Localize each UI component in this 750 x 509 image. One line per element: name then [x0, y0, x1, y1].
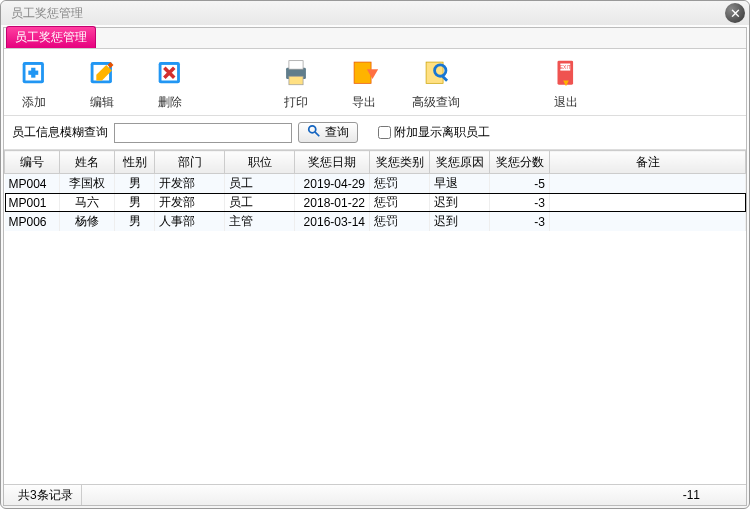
svg-rect-11 [289, 61, 303, 69]
col-header[interactable]: 奖惩原因 [430, 151, 490, 174]
cell-date: 2019-04-29 [295, 174, 370, 194]
cell-note [550, 212, 746, 231]
search-icon [419, 55, 453, 92]
exit-icon: EXIT [549, 55, 583, 92]
cell-type: 惩罚 [370, 212, 430, 231]
cell-sex: 男 [115, 212, 155, 231]
magnifier-icon [307, 124, 321, 141]
score-total: -11 [683, 488, 740, 502]
cell-id: MP001 [5, 193, 60, 212]
cell-sex: 男 [115, 193, 155, 212]
cell-sex: 男 [115, 174, 155, 194]
show-resigned-input[interactable] [378, 126, 391, 139]
col-header[interactable]: 性别 [115, 151, 155, 174]
col-header[interactable]: 编号 [5, 151, 60, 174]
search-input[interactable] [114, 123, 292, 143]
add-button[interactable]: 添加 [14, 55, 54, 111]
window: 员工奖惩管理 ✕ 员工奖惩管理 添加 编辑 删除 打印 [0, 0, 750, 509]
titlebar: 员工奖惩管理 ✕ [1, 1, 749, 25]
search-label: 员工信息模糊查询 [12, 124, 108, 141]
svg-line-23 [315, 132, 319, 136]
cell-dept: 人事部 [155, 212, 225, 231]
export-button[interactable]: 导出 [344, 55, 384, 111]
cell-reason: 早退 [430, 174, 490, 194]
svg-rect-13 [354, 62, 371, 83]
tab-rewards[interactable]: 员工奖惩管理 [6, 26, 96, 48]
cell-name: 李国权 [60, 174, 115, 194]
export-icon [347, 55, 381, 92]
delete-icon [153, 55, 187, 92]
toolbar: 添加 编辑 删除 打印 导出 高级查询 [4, 49, 746, 116]
table-row[interactable]: MP006杨修男人事部主管2016-03-14惩罚迟到-3 [5, 212, 746, 231]
exit-label: 退出 [554, 94, 578, 111]
add-label: 添加 [22, 94, 46, 111]
col-header[interactable]: 奖惩分数 [490, 151, 550, 174]
cell-date: 2016-03-14 [295, 212, 370, 231]
svg-rect-3 [28, 71, 38, 75]
print-label: 打印 [284, 94, 308, 111]
svg-rect-12 [289, 76, 303, 85]
edit-label: 编辑 [90, 94, 114, 111]
col-header[interactable]: 部门 [155, 151, 225, 174]
cell-reason: 迟到 [430, 212, 490, 231]
window-title: 员工奖惩管理 [11, 5, 83, 22]
advsearch-label: 高级查询 [412, 94, 460, 111]
search-button-label: 查询 [325, 124, 349, 141]
table: 编号姓名性别部门职位奖惩日期奖惩类别奖惩原因奖惩分数备注 MP004李国权男开发… [4, 150, 746, 231]
svg-point-22 [309, 126, 316, 133]
col-header[interactable]: 备注 [550, 151, 746, 174]
tabbar: 员工奖惩管理 [4, 28, 746, 49]
status-bar: 共3条记录 -11 [4, 484, 746, 505]
exit-button[interactable]: EXIT 退出 [546, 55, 586, 111]
cell-type: 惩罚 [370, 193, 430, 212]
cell-dept: 开发部 [155, 193, 225, 212]
cell-date: 2018-01-22 [295, 193, 370, 212]
edit-button[interactable]: 编辑 [82, 55, 122, 111]
cell-pos: 主管 [225, 212, 295, 231]
cell-note [550, 174, 746, 194]
print-button[interactable]: 打印 [276, 55, 316, 111]
cell-score: -3 [490, 193, 550, 212]
record-count: 共3条记录 [10, 485, 82, 505]
search-bar: 员工信息模糊查询 查询 附加显示离职员工 [4, 116, 746, 150]
cell-score: -3 [490, 212, 550, 231]
cell-reason: 迟到 [430, 193, 490, 212]
svg-text:EXIT: EXIT [560, 65, 571, 70]
table-row[interactable]: MP001马六男开发部员工2018-01-22惩罚迟到-3 [5, 193, 746, 212]
cell-type: 惩罚 [370, 174, 430, 194]
advanced-search-button[interactable]: 高级查询 [412, 55, 460, 111]
cell-pos: 员工 [225, 174, 295, 194]
cell-id: MP004 [5, 174, 60, 194]
add-icon [17, 55, 51, 92]
cell-id: MP006 [5, 212, 60, 231]
content: 员工奖惩管理 添加 编辑 删除 打印 导出 [3, 27, 747, 506]
cell-note [550, 193, 746, 212]
search-button[interactable]: 查询 [298, 122, 358, 143]
cell-score: -5 [490, 174, 550, 194]
print-icon [279, 55, 313, 92]
export-label: 导出 [352, 94, 376, 111]
delete-button[interactable]: 删除 [150, 55, 190, 111]
close-button[interactable]: ✕ [725, 3, 745, 23]
edit-icon [85, 55, 119, 92]
cell-pos: 员工 [225, 193, 295, 212]
delete-label: 删除 [158, 94, 182, 111]
col-header[interactable]: 职位 [225, 151, 295, 174]
col-header[interactable]: 姓名 [60, 151, 115, 174]
table-row[interactable]: MP004李国权男开发部员工2019-04-29惩罚早退-5 [5, 174, 746, 194]
cell-name: 马六 [60, 193, 115, 212]
show-resigned-label: 附加显示离职员工 [394, 124, 490, 141]
cell-name: 杨修 [60, 212, 115, 231]
data-grid[interactable]: 编号姓名性别部门职位奖惩日期奖惩类别奖惩原因奖惩分数备注 MP004李国权男开发… [4, 150, 746, 484]
col-header[interactable]: 奖惩日期 [295, 151, 370, 174]
col-header[interactable]: 奖惩类别 [370, 151, 430, 174]
show-resigned-checkbox[interactable]: 附加显示离职员工 [378, 124, 490, 141]
cell-dept: 开发部 [155, 174, 225, 194]
